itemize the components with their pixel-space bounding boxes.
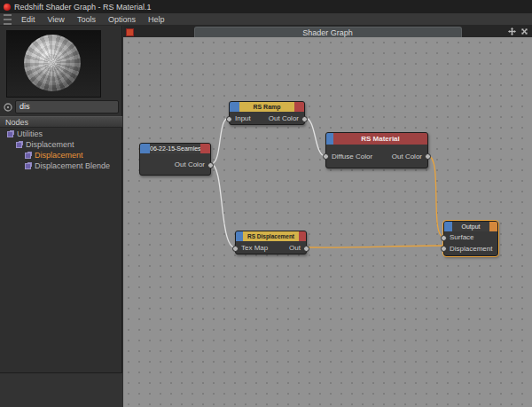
- header-chip-orange: [489, 222, 497, 231]
- tree-item-displacement-blender[interactable]: Displacement Blende: [0, 160, 122, 171]
- node-header: RS Material: [326, 133, 427, 145]
- node-header: Output: [444, 222, 497, 231]
- header-chip-red: [299, 231, 306, 241]
- wire-seamless-to-ramp: [211, 118, 229, 164]
- tree-item-displacement[interactable]: Displacement: [0, 150, 122, 160]
- header-chip-blue: [444, 222, 452, 231]
- header-chip-blue: [140, 144, 150, 153]
- input-port[interactable]: [232, 246, 239, 252]
- port-label-diffuse-color: Diffuse Color: [332, 153, 372, 160]
- node-header: 06-22-15-Seamless: [140, 144, 210, 153]
- node-rs-ramp[interactable]: RS Ramp Input Out Color: [229, 101, 305, 125]
- menu-view[interactable]: View: [42, 13, 71, 26]
- port-label-surface: Surface: [450, 233, 474, 241]
- output-port[interactable]: [301, 116, 308, 122]
- wire-ramp-to-material: [305, 118, 325, 156]
- port-label-input: Input: [235, 114, 251, 122]
- node-title: RS Displacement: [243, 231, 299, 241]
- node-body: Tex Map Out: [236, 241, 306, 254]
- output-port[interactable]: [207, 162, 214, 168]
- search-input[interactable]: dis: [15, 100, 119, 113]
- port-label-out-color: Out Color: [175, 160, 205, 168]
- fit-view-icon[interactable]: [519, 26, 530, 37]
- sidebar-bottom-panel: [0, 373, 122, 407]
- header-chip-blue: [230, 102, 239, 112]
- graph-header-icons: [508, 27, 528, 35]
- node-rs-material[interactable]: RS Material Diffuse Color Out Color: [325, 132, 428, 168]
- surface-input-port[interactable]: [441, 235, 447, 241]
- graph-header: Shader Graph: [123, 26, 532, 37]
- header-chip-blue: [236, 231, 243, 241]
- node-type-icon: [25, 153, 31, 159]
- input-port[interactable]: [323, 153, 329, 160]
- node-body: Diffuse Color Out Color: [326, 145, 427, 168]
- output-port[interactable]: [303, 246, 309, 252]
- node-seamless-texture[interactable]: 06-22-15-Seamless Out Color: [139, 143, 211, 176]
- node-title: RS Ramp: [239, 102, 294, 112]
- displacement-input-port[interactable]: [441, 246, 447, 252]
- wire-seamless-to-displacement: [211, 164, 235, 247]
- node-header: RS Displacement: [236, 231, 306, 241]
- node-body: Surface Displacement: [444, 231, 497, 255]
- menu-options[interactable]: Options: [102, 13, 142, 26]
- tree-item-utilities[interactable]: Utilities: [0, 129, 122, 139]
- folder-icon: [16, 142, 22, 148]
- title-bar: Redshift Shader Graph - RS Material.1: [0, 0, 532, 13]
- graph-canvas[interactable]: 06-22-15-Seamless Out Color RS Ramp Inpu…: [123, 37, 532, 407]
- node-title: RS Material: [333, 133, 427, 145]
- material-preview: [6, 30, 101, 98]
- node-title: 06-22-15-Seamless: [150, 144, 200, 153]
- wire-displacement-to-output: [307, 246, 443, 247]
- menu-bar: Edit View Tools Options Help: [0, 13, 532, 26]
- wire-material-to-output: [428, 156, 443, 237]
- node-type-icon: [25, 163, 31, 169]
- port-label-tex-map: Tex Map: [241, 244, 268, 252]
- input-port[interactable]: [226, 116, 232, 122]
- header-chip-red: [200, 144, 210, 153]
- node-header: RS Ramp: [230, 102, 304, 112]
- menu-tools[interactable]: Tools: [71, 13, 102, 26]
- node-tree: Utilities Displacement Displacement Disp…: [0, 129, 122, 171]
- port-label-out-color: Out Color: [392, 153, 422, 160]
- search-icon[interactable]: [4, 103, 12, 112]
- node-title: Output: [452, 222, 489, 231]
- node-search-row: dis: [4, 100, 119, 113]
- port-label-out-color: Out Color: [269, 114, 299, 122]
- nodes-panel-header: Nodes: [0, 116, 122, 128]
- menu-grip-icon[interactable]: [4, 14, 12, 25]
- preview-sphere: [24, 35, 81, 91]
- menu-help[interactable]: Help: [142, 13, 171, 26]
- node-rs-displacement[interactable]: RS Displacement Tex Map Out: [235, 231, 307, 254]
- output-port[interactable]: [425, 153, 431, 160]
- node-body: Input Out Color: [230, 112, 304, 125]
- sidebar: dis Nodes Utilities Displacement Displac…: [0, 26, 122, 407]
- header-chip-blue: [326, 133, 333, 145]
- window-title: Redshift Shader Graph - RS Material.1: [14, 3, 152, 12]
- menu-edit[interactable]: Edit: [15, 13, 42, 26]
- node-output[interactable]: Output Surface Displacement: [443, 221, 498, 256]
- port-label-displacement: Displacement: [450, 245, 492, 253]
- tree-item-displacement-group[interactable]: Displacement: [0, 139, 122, 150]
- graph-panel: Shader Graph 06-22-15-Seamless: [123, 26, 532, 407]
- redshift-app-icon: [4, 4, 11, 11]
- pan-icon[interactable]: [508, 27, 516, 35]
- node-body: Out Color: [140, 153, 210, 176]
- graph-menu-icon[interactable]: [126, 28, 134, 36]
- port-label-out: Out: [289, 244, 301, 252]
- folder-icon: [7, 131, 13, 137]
- header-chip-red: [294, 102, 304, 112]
